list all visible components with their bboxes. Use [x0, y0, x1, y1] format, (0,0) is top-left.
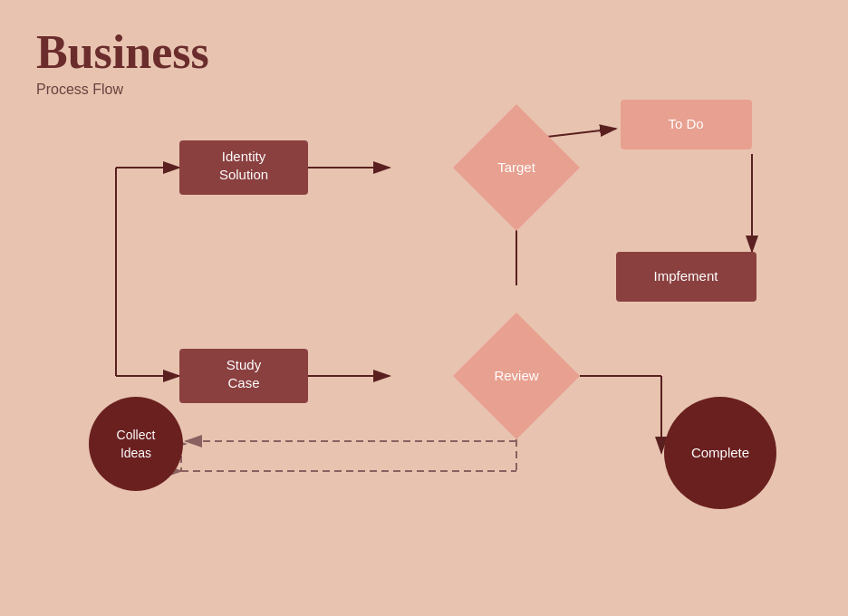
collect-ideas-node [89, 397, 183, 491]
collect-ideas-label: Collect [117, 428, 156, 442]
study-case-label: Study [226, 357, 262, 372]
flowchart-svg: Identity Solution Target To Do Impfement… [0, 0, 848, 616]
identity-solution-label: Identity [222, 149, 266, 164]
svg-text:Ideas: Ideas [120, 446, 151, 460]
review-label: Review [494, 368, 538, 383]
complete-label: Complete [691, 445, 749, 460]
svg-text:Solution: Solution [219, 167, 268, 182]
svg-text:Case: Case [227, 375, 259, 390]
canvas: Business Process Flow [0, 0, 848, 616]
todo-label: To Do [668, 116, 703, 131]
implement-label: Impfement [654, 268, 719, 284]
target-label: Target [497, 159, 536, 175]
